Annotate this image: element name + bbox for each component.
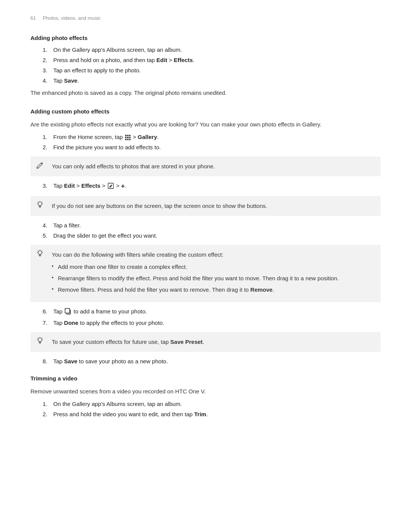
svg-line-23 — [38, 251, 38, 251]
list-item: 4. Tap Save. — [43, 77, 381, 84]
custom-effects-steps-6-8: 6. Tap to add a frame to your photo. 7. … — [43, 308, 381, 326]
trimming-intro: Remove unwanted scenes from a video you … — [30, 387, 381, 396]
trimming-steps: 1. On the Gallery app's Albums screen, t… — [43, 401, 381, 417]
lightbulb-icon-3 — [36, 337, 44, 348]
svg-point-19 — [38, 251, 42, 254]
tip-note-1-text: If you do not see any buttons on the scr… — [52, 203, 267, 209]
section-adding-photo-effects: Adding photo effects 1. On the Gallery a… — [30, 35, 381, 97]
svg-rect-6 — [125, 139, 127, 141]
frame-icon — [65, 308, 71, 316]
lightbulb-icon-1 — [36, 201, 44, 212]
tip-note-box-1: If you do not see any buttons on the scr… — [30, 196, 381, 216]
list-item: 5. Drag the slider to get the effect you… — [43, 232, 381, 239]
tip-note-box-2: You can do the following with filters wh… — [30, 245, 381, 302]
list-item: Remove filters. Press and hold the filte… — [52, 285, 374, 294]
svg-rect-27 — [65, 308, 70, 313]
section-heading-trimming: Trimming a video — [30, 375, 381, 382]
list-item: 2. Find the picture you want to add effe… — [43, 144, 381, 150]
custom-effects-steps: 1. From the Home screen, tap — [43, 134, 381, 150]
svg-rect-4 — [127, 137, 129, 138]
svg-line-24 — [42, 251, 42, 251]
photo-effects-steps: 1. On the Gallery app's Albums screen, t… — [43, 46, 381, 84]
grid-icon — [125, 135, 131, 140]
tip-note-3-text: To save your custom effects for future u… — [52, 339, 204, 345]
list-item: 2. Press and hold on a photo, and then t… — [43, 57, 381, 63]
list-item: 2. Press and hold the video you want to … — [43, 411, 381, 417]
pencil-note-text: You can only add effects to photos that … — [52, 163, 215, 169]
page-header: 61 Photos, videos, and music — [30, 15, 381, 21]
section-adding-custom-photo-effects: Adding custom photo effects Are the exis… — [30, 108, 381, 364]
photo-effects-note: The enhanced photo is saved as a copy. T… — [30, 88, 381, 97]
svg-point-11 — [38, 202, 42, 206]
tip-note-box-3: To save your custom effects for future u… — [30, 332, 381, 352]
section-trimming-video: Trimming a video Remove unwanted scenes … — [30, 375, 381, 417]
list-item: 1. On the Gallery app's Albums screen, t… — [43, 46, 381, 53]
tip-note-2-intro: You can do the following with filters wh… — [52, 251, 223, 258]
list-item: 1. On the Gallery app's Albums screen, t… — [43, 401, 381, 407]
pencil-icon — [36, 161, 44, 172]
svg-rect-1 — [127, 135, 129, 136]
list-item: 3. Tap Edit > Effects > > +. — [43, 182, 381, 190]
section-heading-photo-effects: Adding photo effects — [30, 35, 381, 41]
svg-rect-5 — [129, 137, 131, 138]
svg-line-36 — [38, 338, 38, 338]
tip-note-2-content: You can do the following with filters wh… — [52, 250, 374, 294]
svg-rect-7 — [127, 139, 129, 141]
svg-line-37 — [42, 338, 42, 338]
svg-rect-0 — [125, 135, 127, 136]
list-item: Rearrange filters to modify the effect. … — [52, 274, 374, 283]
custom-effects-steps-4-5: 4. Tap a filter. 5. Drag the slider to g… — [43, 222, 381, 239]
breadcrumb: Photos, videos, and music — [43, 15, 101, 21]
custom-effects-intro: Are the existing photo effects not exact… — [30, 120, 381, 129]
list-item: 3. Tap an effect to apply to the photo. — [43, 67, 381, 73]
custom-effects-step-8: 8. Tap Save to save your photo as a new … — [43, 358, 381, 364]
custom-effects-steps-continued: 3. Tap Edit > Effects > > +. — [43, 182, 381, 190]
svg-line-15 — [38, 202, 38, 202]
list-item: 1. From the Home screen, tap — [43, 134, 381, 140]
svg-rect-8 — [129, 139, 131, 141]
page-number: 61 — [30, 15, 36, 21]
list-item: 6. Tap to add a frame to your photo. — [43, 308, 381, 316]
list-item: Add more than one filter to create a com… — [52, 262, 374, 272]
plus-icon: + — [121, 182, 125, 190]
svg-rect-2 — [129, 135, 131, 136]
svg-rect-3 — [125, 137, 127, 138]
list-item: 8. Tap Save to save your photo as a new … — [43, 358, 381, 364]
edit-pencil-icon — [108, 183, 114, 190]
pencil-note-box: You can only add effects to photos that … — [30, 157, 381, 176]
list-item: 7. Tap Done to apply the effects to your… — [43, 320, 381, 326]
lightbulb-icon-2 — [36, 249, 44, 260]
svg-point-32 — [38, 338, 42, 342]
section-heading-custom-effects: Adding custom photo effects — [30, 108, 381, 115]
svg-line-16 — [42, 202, 42, 202]
tip-note-2-bullets: Add more than one filter to create a com… — [52, 262, 374, 294]
list-item: 4. Tap a filter. — [43, 222, 381, 228]
